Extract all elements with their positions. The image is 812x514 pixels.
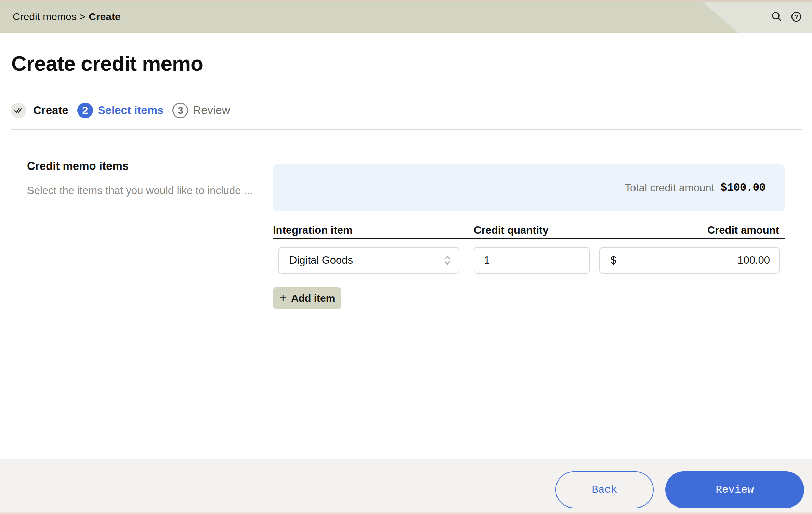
currency-symbol: $ [600,248,627,273]
top-edge-strip [0,0,812,2]
back-button[interactable]: Back [555,471,654,508]
table-header-rule [273,238,785,239]
total-credit-amount: $100.00 [720,181,765,194]
step-review[interactable]: 3 Review [172,103,230,118]
header-credit-amount: Credit amount [707,224,779,236]
bottom-edge-strip [0,512,812,514]
wizard-stepper: Create 2 Select items 3 Review [11,103,230,118]
integration-item-select[interactable]: Digital Goods [278,247,459,274]
review-button[interactable]: Review [665,471,804,508]
step-create-label: Create [33,104,68,117]
step-select-items-circle: 2 [77,103,93,118]
add-item-button[interactable]: + Add item [273,287,341,309]
credit-amount-field: $ [599,247,780,274]
step-create-circle [11,103,26,118]
section-description: Select the items that you would like to … [27,185,253,197]
search-icon [770,10,784,24]
search-button[interactable] [769,9,784,24]
credit-amount-input[interactable] [627,248,779,273]
help-icon: ? [789,10,803,24]
help-button[interactable]: ? [789,9,804,24]
header-credit-quantity: Credit quantity [474,224,549,236]
plus-icon: + [279,292,287,304]
credit-quantity-input[interactable] [474,247,590,274]
svg-text:?: ? [795,14,798,21]
footer-action-bar: Back Review [0,459,812,512]
breadcrumb-separator: > [80,11,86,23]
header-integration-item: Integration item [273,224,353,236]
create-credit-memo-page: Credit memos > Create ? [0,0,812,514]
step-review-circle: 3 [172,103,188,118]
chevron-up-down-icon [443,255,452,266]
breadcrumb-current-page: Create [89,11,120,23]
add-item-label: Add item [291,293,335,304]
integration-item-value: Digital Goods [289,254,353,267]
step-select-items-label: Select items [98,104,164,117]
breadcrumb: Credit memos > Create [13,0,121,33]
section-title: Credit memo items [27,160,129,173]
breadcrumb-credit-memos-link[interactable]: Credit memos [13,11,77,23]
total-credit-panel: Total credit amount $100.00 [273,164,785,211]
top-bar: Credit memos > Create ? [0,0,812,33]
step-select-items[interactable]: 2 Select items [77,103,164,118]
page-title: Create credit memo [11,51,203,76]
stepper-divider [11,129,802,130]
top-bar-actions: ? [769,0,804,33]
total-credit-label: Total credit amount [625,182,714,194]
step-review-label: Review [193,104,230,117]
double-check-icon [14,106,23,115]
step-create[interactable]: Create [11,103,68,118]
